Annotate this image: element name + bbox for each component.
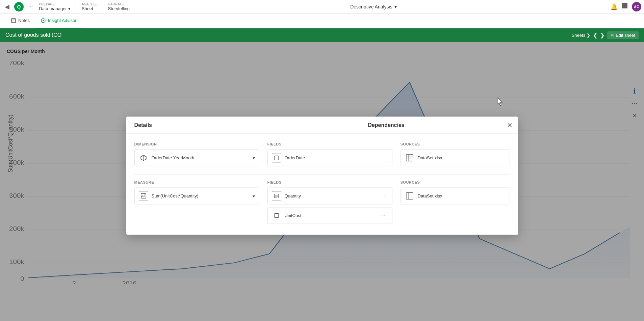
- unitcost-field-name: UnitCost: [285, 213, 379, 218]
- dataset-table-icon: [405, 153, 414, 162]
- sheets-button[interactable]: Sheets ❯: [572, 33, 590, 38]
- grid-menu-button[interactable]: [622, 3, 628, 10]
- modal-dialog: Details Dependencies ✕ Dimension: [126, 116, 518, 235]
- dimension-cube-icon: [139, 153, 148, 162]
- modal-divider: [134, 174, 510, 175]
- svg-rect-3: [622, 5, 624, 7]
- dimension-name: OrderDate.YearMonth: [152, 155, 253, 160]
- sheets-chevron-icon: ❯: [587, 33, 590, 38]
- nav-analyze-label: Analyze: [82, 2, 97, 6]
- page-title: Cost of goods sold (CO: [5, 32, 61, 38]
- unitcost-field-item[interactable]: UnitCost ···: [267, 207, 392, 224]
- nav-prepare-label: Prepare: [39, 2, 70, 6]
- modal-dependencies-title: Dependencies: [263, 122, 510, 128]
- quantity-field-icon: [272, 191, 281, 200]
- nav-section-prepare: Prepare Data manager ▾: [35, 2, 75, 11]
- modal-body: Dimension OrderDate.YearMonth ▾: [126, 134, 518, 235]
- nav-title-text: Descriptive Analysis: [350, 4, 392, 9]
- nav-title-chevron-icon: ▾: [394, 4, 397, 9]
- measure-fields-column: Fields Quantity ···: [267, 180, 392, 226]
- modal-close-button[interactable]: ✕: [507, 122, 513, 128]
- tab-insight-advisor-label: Insight Advisor: [48, 18, 77, 23]
- quantity-more-button[interactable]: ···: [378, 192, 388, 199]
- measure-source-item: DataSet.xlsx: [401, 187, 510, 204]
- unitcost-field-icon: [272, 211, 281, 220]
- measure-name: Sum(UnitCost*Quantity): [152, 193, 253, 198]
- measure-fields-label: Fields: [267, 180, 392, 184]
- nav-right: 🔔 AC: [610, 2, 641, 11]
- svg-rect-4: [624, 5, 626, 7]
- notes-icon: [11, 18, 16, 23]
- modal-header: Details Dependencies ✕: [126, 116, 518, 134]
- nav-more-button[interactable]: ···: [26, 4, 35, 10]
- svg-rect-7: [624, 7, 626, 8]
- edit-sheet-button[interactable]: ✏ Edit sheet: [607, 31, 639, 39]
- orderdate-field-item[interactable]: OrderDate ···: [267, 149, 392, 166]
- measure-chevron-icon[interactable]: ▾: [253, 193, 255, 198]
- svg-rect-9: [11, 19, 16, 23]
- page-header: Cost of goods sold (CO Sheets ❯ ❮ ❯ ✏ Ed…: [0, 28, 644, 42]
- measure-icon: [139, 191, 148, 200]
- measure-item[interactable]: Sum(UnitCost*Quantity) ▾: [134, 187, 259, 204]
- top-nav: ◀ Q ··· Prepare Data manager ▾ Analyze S…: [0, 0, 644, 14]
- nav-back-button[interactable]: ◀: [3, 3, 11, 10]
- dimension-sources-column: Sources DataSet.xlsx: [401, 142, 510, 169]
- insight-advisor-icon: [41, 18, 46, 23]
- dimension-fields-label: Fields: [267, 142, 392, 146]
- main-content: COGS per Month 700k 600k 500k 400k 300k …: [0, 42, 644, 321]
- nav-narrate-link[interactable]: Storytelling: [108, 6, 130, 11]
- tab-insight-advisor[interactable]: Insight Advisor: [35, 14, 82, 28]
- svg-rect-8: [626, 7, 627, 8]
- page-header-right: Sheets ❯ ❮ ❯ ✏ Edit sheet: [572, 31, 639, 39]
- nav-section-narrate: Narrate Storytelling: [104, 2, 134, 11]
- svg-rect-59: [406, 192, 413, 199]
- nav-prepare-link[interactable]: Data manager ▾: [39, 6, 70, 11]
- svg-rect-1: [624, 3, 626, 5]
- orderdate-field-icon: [272, 153, 281, 162]
- qlik-logo-icon: Q: [14, 2, 24, 11]
- measure-row: Measure Sum(UnitCost*Quantity): [134, 180, 510, 226]
- unitcost-more-button[interactable]: ···: [378, 212, 388, 219]
- dimension-label: Dimension: [134, 142, 259, 146]
- qlik-logo: Q: [14, 2, 24, 11]
- modal-details-title: Details: [134, 122, 263, 128]
- svg-rect-6: [622, 7, 624, 8]
- svg-rect-2: [626, 3, 627, 5]
- quantity-field-name: Quantity: [285, 193, 379, 198]
- measure-sources-label: Sources: [401, 180, 510, 184]
- dimension-column: Dimension OrderDate.YearMonth ▾: [134, 142, 259, 169]
- edit-pencil-icon: ✏: [611, 33, 614, 38]
- nav-section-analyze: Analyze Sheet: [78, 2, 101, 11]
- measure-sources-column: Sources DataSet.xlsx: [401, 180, 510, 226]
- nav-narrate-label: Narrate: [108, 2, 130, 6]
- nav-title[interactable]: Descriptive Analysis ▾: [350, 4, 397, 9]
- svg-rect-0: [622, 3, 624, 5]
- orderdate-field-name: OrderDate: [285, 155, 379, 160]
- dimension-chevron-icon[interactable]: ▾: [253, 155, 255, 160]
- dimension-sources-label: Sources: [401, 142, 510, 146]
- dimension-source-item: DataSet.xlsx: [401, 149, 510, 166]
- tab-bar: Notes Insight Advisor: [0, 14, 644, 28]
- user-avatar[interactable]: AC: [632, 2, 641, 11]
- dimension-item[interactable]: OrderDate.YearMonth ▾: [134, 149, 259, 166]
- tab-notes[interactable]: Notes: [5, 14, 35, 28]
- measure-label: Measure: [134, 180, 259, 184]
- dimension-row: Dimension OrderDate.YearMonth ▾: [134, 142, 510, 169]
- svg-rect-5: [626, 5, 627, 7]
- nav-center: Descriptive Analysis ▾: [137, 4, 610, 9]
- notifications-button[interactable]: 🔔: [610, 3, 618, 10]
- nav-analyze-link[interactable]: Sheet: [82, 6, 97, 11]
- dimension-source-name: DataSet.xlsx: [418, 155, 506, 160]
- svg-rect-42: [406, 154, 413, 161]
- measure-column: Measure Sum(UnitCost*Quantity): [134, 180, 259, 226]
- quantity-field-item[interactable]: Quantity ···: [267, 187, 392, 204]
- orderdate-more-button[interactable]: ···: [378, 154, 388, 161]
- measure-source-name: DataSet.xlsx: [418, 193, 506, 198]
- nav-next-button[interactable]: ❯: [600, 32, 604, 38]
- prepare-chevron-icon: ▾: [68, 6, 71, 11]
- svg-point-13: [43, 20, 44, 21]
- nav-prev-button[interactable]: ❮: [593, 32, 597, 38]
- measure-dataset-table-icon: [405, 191, 414, 200]
- tab-notes-label: Notes: [18, 18, 30, 23]
- dimension-fields-column: Fields OrderDate ···: [267, 142, 392, 169]
